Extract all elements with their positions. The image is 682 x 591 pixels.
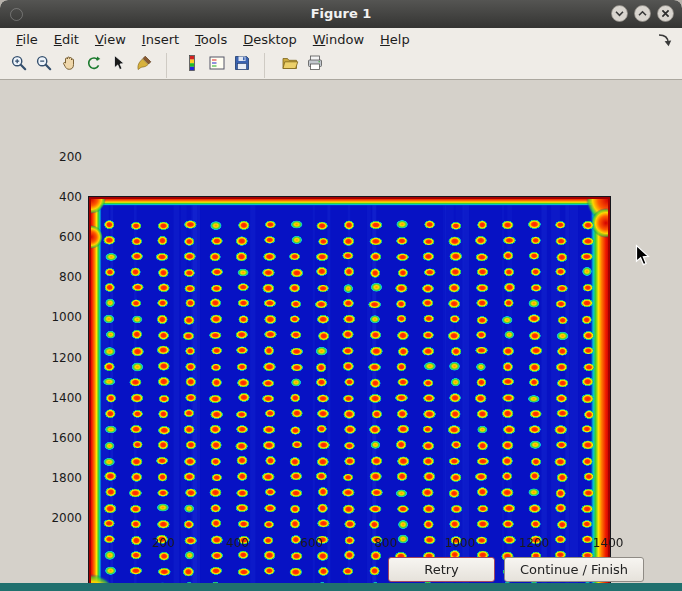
x-tick-label: 200 <box>141 536 185 550</box>
menu-item-edit[interactable]: Edit <box>46 30 87 49</box>
toolbar-group <box>264 53 327 78</box>
toolbar-group <box>6 53 156 78</box>
open-button[interactable] <box>277 53 302 78</box>
colorbar-icon <box>183 54 201 76</box>
x-tick-label: 1400 <box>586 536 630 550</box>
zoom-out-icon <box>35 54 53 76</box>
y-tick-label: 1800 <box>42 471 82 485</box>
menu-bar: FileEditViewInsertToolsDesktopWindowHelp <box>0 28 682 51</box>
y-tick-label: 1000 <box>42 310 82 324</box>
figure-area: 200400600800100012001400160018002000 200… <box>0 80 682 591</box>
data-cursor-icon <box>110 54 128 76</box>
window-controls <box>611 5 674 22</box>
x-tick-label: 800 <box>364 536 408 550</box>
title-bar[interactable]: Figure 1 <box>0 0 682 28</box>
y-tick-label: 200 <box>42 150 82 164</box>
y-tick-label: 800 <box>42 270 82 284</box>
menu-item-file[interactable]: File <box>8 30 46 49</box>
dock-figure-icon[interactable] <box>656 32 674 48</box>
y-tick-label: 1200 <box>42 351 82 365</box>
zoom-in-button[interactable] <box>6 53 31 78</box>
y-tick-label: 2000 <box>42 511 82 525</box>
retry-button[interactable]: Retry <box>388 557 495 582</box>
figure-window: Figure 1 FileEditViewInsertToolsDesktopW… <box>0 0 682 591</box>
menu-item-tools[interactable]: Tools <box>187 30 235 49</box>
open-icon <box>281 54 299 76</box>
continue-finish-button[interactable]: Continue / Finish <box>504 557 644 582</box>
save-icon <box>233 54 251 76</box>
zoom-in-icon <box>10 54 28 76</box>
x-tick-label: 1200 <box>512 536 556 550</box>
y-tick-label: 400 <box>42 190 82 204</box>
menu-items: FileEditViewInsertToolsDesktopWindowHelp <box>8 30 418 49</box>
rotate-3d-icon <box>85 54 103 76</box>
menu-item-desktop[interactable]: Desktop <box>235 30 305 49</box>
insert-legend-button[interactable] <box>204 53 229 78</box>
x-tick-label: 600 <box>289 536 333 550</box>
window-menu-button[interactable] <box>10 8 23 21</box>
y-tick-label: 1600 <box>42 431 82 445</box>
colorbar-button[interactable] <box>179 53 204 78</box>
close-button[interactable] <box>657 5 674 22</box>
window-title: Figure 1 <box>0 6 682 21</box>
menu-item-view[interactable]: View <box>87 30 134 49</box>
data-cursor-button[interactable] <box>106 53 131 78</box>
save-button[interactable] <box>229 53 254 78</box>
brush-icon <box>135 54 153 76</box>
zoom-out-button[interactable] <box>31 53 56 78</box>
print-button[interactable] <box>302 53 327 78</box>
y-tick-label: 1400 <box>42 391 82 405</box>
print-icon <box>306 54 324 76</box>
brush-button[interactable] <box>131 53 156 78</box>
rotate-3d-button[interactable] <box>81 53 106 78</box>
menu-item-help[interactable]: Help <box>372 30 418 49</box>
x-tick-label: 1000 <box>438 536 482 550</box>
insert-legend-icon <box>208 54 226 76</box>
maximize-button[interactable] <box>634 5 651 22</box>
toolbar-group <box>166 53 254 78</box>
taskbar-strip <box>0 583 682 591</box>
menu-item-insert[interactable]: Insert <box>134 30 187 49</box>
minimize-button[interactable] <box>611 5 628 22</box>
y-tick-label: 600 <box>42 230 82 244</box>
toolbar <box>0 51 682 80</box>
menu-item-window[interactable]: Window <box>305 30 372 49</box>
heatmap-canvas[interactable] <box>89 197 610 591</box>
pan-button[interactable] <box>56 53 81 78</box>
plot-box <box>88 196 611 591</box>
x-tick-label: 400 <box>215 536 259 550</box>
pan-icon <box>60 54 78 76</box>
